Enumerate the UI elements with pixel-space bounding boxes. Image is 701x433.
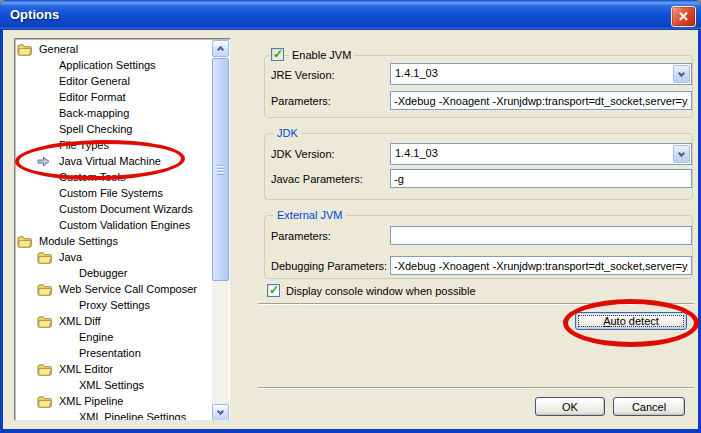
arrow-right-icon [37,155,59,168]
tree-item-custom-document-wizards[interactable]: Custom Document Wizards [15,201,211,217]
tree-item-label: Editor Format [59,89,126,105]
tree-item-web-service-call-composer[interactable]: Web Service Call Composer [15,281,211,297]
ok-button[interactable]: OK [535,397,605,416]
chevron-down-icon[interactable] [673,65,690,83]
tree-item-label: Presentation [79,345,141,361]
chevron-down-icon[interactable] [673,145,690,163]
jdk-group-title: JDK [273,127,302,140]
jvm-parameters-input[interactable] [390,91,692,110]
folder-icon [37,283,59,296]
tree-item-label: Custom Validation Engines [59,217,190,233]
jre-version-combo[interactable]: 1.4.1_03 [390,63,692,85]
jdk-version-value: 1.4.1_03 [395,147,438,159]
tree-indent [37,139,59,152]
tree-indent [37,219,59,232]
jdk-version-label: JDK Version: [271,148,335,160]
tree-item-label: XML Settings [79,377,144,393]
tree-item-label: Module Settings [39,233,118,249]
display-console-label: Display console window when possible [286,285,476,297]
tree-indent [37,187,59,200]
tree-item-engine[interactable]: Engine [15,329,211,345]
tree-indent [57,267,79,280]
tree-indent [57,411,79,421]
tree-item-label: XML Diff [59,313,101,329]
tree-item-java[interactable]: Java [15,249,211,265]
tree-item-label: Custom Tools [59,169,125,185]
window-title: Options [10,0,59,30]
thumb-grip [217,165,224,175]
tree-indent [57,347,79,360]
tree-item-custom-validation-engines[interactable]: Custom Validation Engines [15,217,211,233]
tree-indent [37,107,59,120]
folder-icon [17,43,39,56]
jre-version-value: 1.4.1_03 [395,67,438,79]
tree-item-general[interactable]: General [15,41,211,57]
tree-item-file-types[interactable]: File Types [15,137,211,153]
scrollbar-thumb[interactable] [212,58,229,281]
tree-item-module-settings[interactable]: Module Settings [15,233,211,249]
titlebar[interactable]: Options ✕ [0,0,701,30]
folder-icon [37,395,59,408]
folder-icon [37,315,59,328]
tree-indent [57,379,79,392]
tree-item-xml-diff[interactable]: XML Diff [15,313,211,329]
tree-indent [37,91,59,104]
tree-indent [37,171,59,184]
chevron-up-icon[interactable] [212,40,229,57]
tree-item-spell-checking[interactable]: Spell Checking [15,121,211,137]
check-icon: ✓ [269,283,279,297]
enable-jvm-checkbox[interactable]: ✓ [271,48,284,61]
tree-item-presentation[interactable]: Presentation [15,345,211,361]
tree-indent [57,331,79,344]
tree-item-custom-tools[interactable]: Custom Tools [15,169,211,185]
tree-item-xml-pipeline[interactable]: XML Pipeline [15,393,211,409]
tree-item-label: Debugger [79,265,127,281]
jre-version-label: JRE Version: [271,69,335,81]
external-jvm-group-title: External JVM [273,209,346,222]
external-parameters-input[interactable] [390,226,692,245]
tree-scrollbar[interactable] [212,40,229,421]
tree-item-label: Custom Document Wizards [59,201,193,217]
tree-item-xml-settings[interactable]: XML Settings [15,377,211,393]
tree-item-label: Web Service Call Composer [59,281,197,297]
tree-item-label: XML Pipeline [59,393,123,409]
tree-item-back-mapping[interactable]: Back-mapping [15,105,211,121]
auto-detect-button[interactable]: Auto detect [575,312,687,330]
tree-indent [37,123,59,136]
cancel-button[interactable]: Cancel [613,397,685,416]
separator [258,387,694,389]
javac-parameters-input[interactable] [390,169,692,188]
tree-rows: GeneralApplication SettingsEditor Genera… [15,41,211,420]
close-icon[interactable]: ✕ [671,6,696,27]
tree-item-editor-general[interactable]: Editor General [15,73,211,89]
tree-item-xml-pipeline-settings[interactable]: XML Pipeline Settings [15,409,211,420]
javac-parameters-label: Javac Parameters: [271,173,363,185]
display-console-checkbox[interactable]: ✓ [267,284,280,297]
check-icon: ✓ [273,47,283,61]
tree-indent [37,75,59,88]
jdk-version-combo[interactable]: 1.4.1_03 [390,143,692,165]
tree-item-label: Proxy Settings [79,297,150,313]
tree-item-label: General [39,41,78,57]
tree-indent [57,299,79,312]
tree-item-label: Java Virtual Machine [59,153,161,169]
folder-icon [37,363,59,376]
tree-item-label: File Types [59,137,109,153]
tree-item-custom-file-systems[interactable]: Custom File Systems [15,185,211,201]
tree-item-java-virtual-machine[interactable]: Java Virtual Machine [15,153,211,169]
external-parameters-label: Parameters: [271,230,331,242]
tree-item-label: Back-mapping [59,105,129,121]
tree-item-debugger[interactable]: Debugger [15,265,211,281]
tree-item-label: XML Pipeline Settings [79,409,186,420]
settings-tree[interactable]: GeneralApplication SettingsEditor Genera… [14,38,231,421]
tree-item-label: Engine [79,329,113,345]
tree-item-proxy-settings[interactable]: Proxy Settings [15,297,211,313]
enable-jvm-label: Enable JVM [289,49,354,61]
chevron-down-icon[interactable] [212,404,229,421]
tree-indent [37,203,59,216]
tree-item-editor-format[interactable]: Editor Format [15,89,211,105]
folder-icon [37,251,59,264]
debugging-parameters-input[interactable] [390,256,692,275]
tree-item-application-settings[interactable]: Application Settings [15,57,211,73]
tree-item-xml-editor[interactable]: XML Editor [15,361,211,377]
